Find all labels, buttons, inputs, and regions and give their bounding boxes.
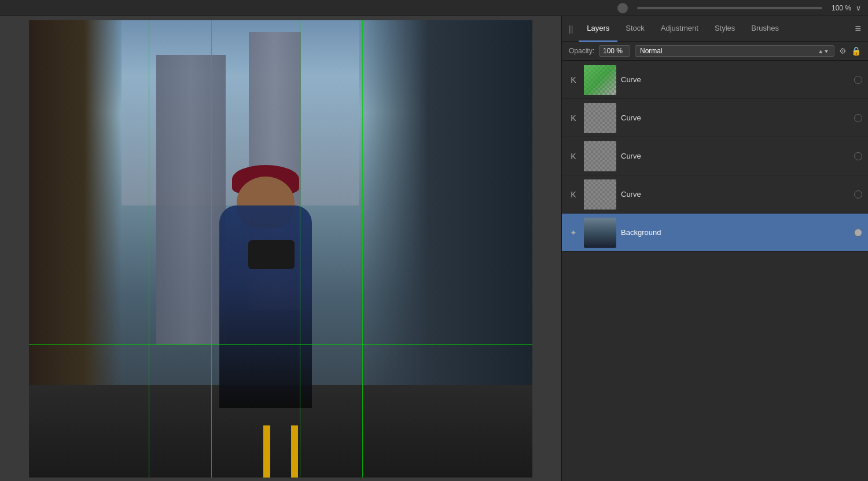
settings-icon[interactable]: ⚙ xyxy=(839,46,847,56)
layer-visibility-4[interactable] xyxy=(854,190,862,199)
tab-stock[interactable]: Stock xyxy=(617,16,653,42)
guide-line-v4[interactable] xyxy=(362,20,363,478)
lock-icon[interactable]: 🔒 xyxy=(851,46,861,56)
layer-visibility-1[interactable] xyxy=(854,76,862,84)
tab-styles[interactable]: Styles xyxy=(707,16,743,42)
layer-name-4: Curve xyxy=(621,190,849,199)
guide-line-v3[interactable] xyxy=(300,20,300,478)
opacity-label: Opacity: xyxy=(569,47,594,55)
layer-thumbnail-1 xyxy=(584,65,616,95)
blend-row: Opacity: 100 % Normal ▲▼ ⚙ 🔒 xyxy=(562,42,868,61)
zoom-level: 100 % xyxy=(832,4,851,12)
blend-mode-arrow-icon: ▲▼ xyxy=(818,48,829,54)
layer-item-curve-1[interactable]: K Curve xyxy=(562,61,868,99)
blend-mode-label: Normal xyxy=(640,47,663,55)
panel-menu-icon[interactable]: ≡ xyxy=(852,20,863,37)
layers-list: K Curve K Curve K xyxy=(562,61,868,481)
top-bar: 100 % ∨ xyxy=(0,0,868,16)
guide-line-v2[interactable] xyxy=(211,20,212,478)
panel-separator-icon: || xyxy=(567,24,575,34)
layer-type-icon-5: ✦ xyxy=(568,228,579,237)
tab-brushes[interactable]: Brushes xyxy=(743,16,787,42)
layer-visibility-5[interactable] xyxy=(854,229,862,237)
right-panel: || Layers Stock Adjustment Styles Brushe… xyxy=(561,16,868,481)
zoom-dropdown[interactable]: ∨ xyxy=(856,4,861,12)
person-camera xyxy=(248,240,295,269)
tab-adjustment[interactable]: Adjustment xyxy=(653,16,707,42)
blend-mode-selector[interactable]: Normal ▲▼ xyxy=(635,45,834,57)
tab-layers[interactable]: Layers xyxy=(579,16,617,42)
guide-line-v1[interactable] xyxy=(149,20,149,478)
layer-thumbnail-3 xyxy=(584,141,616,171)
layer-item-background[interactable]: ✦ Background xyxy=(562,214,868,252)
layer-type-icon-2: K xyxy=(568,113,579,123)
guide-line-h1[interactable] xyxy=(29,344,532,345)
layer-type-icon-4: K xyxy=(568,190,579,199)
main-layout: || Layers Stock Adjustment Styles Brushe… xyxy=(0,16,868,481)
layer-name-1: Curve xyxy=(621,75,849,84)
person-body xyxy=(219,205,312,408)
person-figure xyxy=(190,177,341,408)
layer-thumbnail-5 xyxy=(584,218,616,248)
layer-item-curve-2[interactable]: K Curve xyxy=(562,99,868,137)
layer-item-curve-4[interactable]: K Curve xyxy=(562,175,868,214)
tabs-bar: || Layers Stock Adjustment Styles Brushe… xyxy=(562,16,868,42)
opacity-value[interactable]: 100 % xyxy=(599,45,630,57)
yellow-line-right xyxy=(291,425,298,478)
layer-item-curve-3[interactable]: K Curve xyxy=(562,137,868,175)
layer-visibility-3[interactable] xyxy=(854,152,862,160)
layer-type-icon-1: K xyxy=(568,75,579,85)
color-picker-circle[interactable] xyxy=(617,3,628,13)
layer-visibility-2[interactable] xyxy=(854,114,862,122)
layer-name-2: Curve xyxy=(621,113,849,122)
slider-track[interactable] xyxy=(637,7,822,9)
canvas-image xyxy=(29,20,532,478)
canvas-area[interactable] xyxy=(0,16,561,481)
yellow-lines xyxy=(263,408,298,478)
yellow-line-left xyxy=(263,425,270,478)
layer-name-3: Curve xyxy=(621,152,849,160)
layer-type-icon-3: K xyxy=(568,152,579,161)
layer-name-5: Background xyxy=(621,228,849,237)
layer-thumbnail-4 xyxy=(584,179,616,210)
layer-thumbnail-2 xyxy=(584,103,616,133)
